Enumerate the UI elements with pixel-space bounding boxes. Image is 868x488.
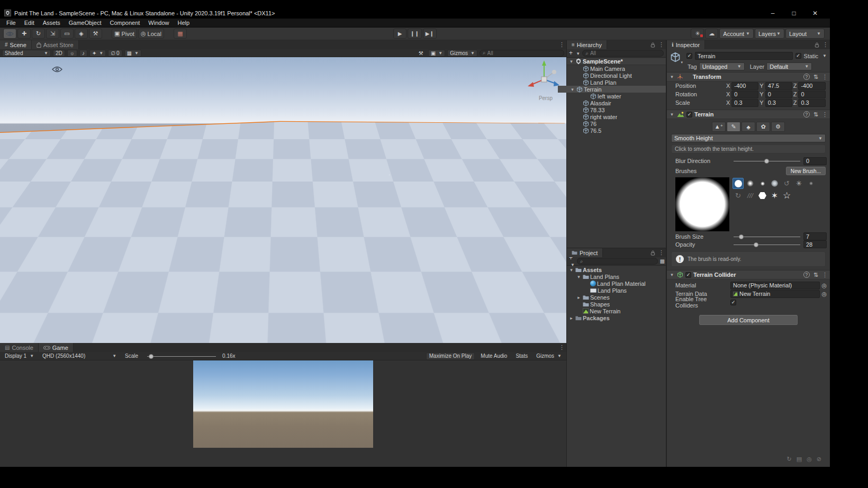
- project-item-shapes[interactable]: Shapes: [567, 301, 666, 308]
- physic-material-field[interactable]: None (Physic Material): [730, 282, 820, 290]
- tab-hierarchy[interactable]: ≡Hierarchy: [567, 40, 607, 49]
- presets-icon[interactable]: ⇅: [813, 74, 818, 80]
- brush-streaks[interactable]: ///: [745, 190, 756, 201]
- rect-tool-button[interactable]: ▭: [60, 29, 74, 39]
- game-gizmos-dropdown[interactable]: Gizmos▼: [534, 353, 564, 360]
- kebab-icon[interactable]: ⋮: [822, 272, 828, 278]
- stats-toggle[interactable]: Stats: [513, 353, 530, 360]
- scene-camera-dropdown[interactable]: ▣▼: [428, 50, 445, 57]
- static-checkbox[interactable]: ✓: [795, 53, 801, 59]
- tab-game[interactable]: Game: [39, 343, 74, 352]
- project-item-land-plans-folder[interactable]: ▾ Land Plans: [567, 273, 666, 280]
- brush-faint-swirl[interactable]: ↺: [781, 178, 792, 189]
- pause-button[interactable]: ❙❙: [408, 29, 422, 39]
- tab-console[interactable]: ▤Console: [0, 343, 39, 352]
- scale-x-field[interactable]: 0.3: [731, 99, 758, 107]
- presets-icon[interactable]: ⇅: [813, 272, 818, 278]
- hierarchy-kebab-icon[interactable]: ⋮: [658, 41, 664, 48]
- menu-gameobject[interactable]: GameObject: [65, 20, 106, 26]
- opacity-field[interactable]: 28: [803, 240, 827, 248]
- paint-trees-button[interactable]: ♣: [742, 122, 755, 132]
- lock-icon[interactable]: [815, 42, 819, 48]
- tab-project[interactable]: Project: [567, 248, 603, 257]
- brush-faint-dot[interactable]: [806, 178, 817, 189]
- view-tool-button[interactable]: [3, 29, 16, 39]
- brush-soft-circle[interactable]: [745, 178, 756, 189]
- brush-circle-selected[interactable]: [733, 178, 744, 189]
- create-neighbor-terrains-button[interactable]: ▲⁺: [712, 122, 726, 132]
- terrain-settings-button[interactable]: ⚙: [771, 122, 785, 132]
- move-tool-button[interactable]: ✚: [17, 29, 31, 39]
- component-enabled-checkbox[interactable]: ✓: [686, 112, 692, 118]
- resolution-dropdown[interactable]: QHD (2560x1440)▼: [40, 353, 119, 360]
- object-picker-icon[interactable]: ◎: [821, 282, 827, 289]
- hierarchy-item-main-camera[interactable]: Main Camera: [567, 65, 666, 72]
- foldout-icon[interactable]: ▾: [568, 59, 574, 64]
- project-item-assets[interactable]: ▾ Assets: [567, 266, 666, 273]
- foldout-icon[interactable]: ▾: [669, 272, 675, 277]
- brush-size-field[interactable]: 7: [803, 232, 827, 240]
- help-icon[interactable]: ?: [803, 111, 810, 118]
- scene-search-input[interactable]: [487, 50, 561, 56]
- terrain-collider-header[interactable]: ▾ ✓ Terrain Collider ? ⇅ ⋮: [667, 270, 830, 279]
- transform-header[interactable]: ▾ Transform ? ⇅ ⋮: [667, 72, 830, 82]
- tab-scene[interactable]: #Scene: [0, 40, 32, 49]
- static-dropdown-icon[interactable]: ▼: [822, 53, 827, 58]
- gizmos-dropdown[interactable]: Gizmos▼: [447, 50, 477, 57]
- rotation-y-field[interactable]: 0: [765, 91, 792, 98]
- project-search-input[interactable]: [585, 258, 655, 264]
- console-status-icon[interactable]: ▤: [797, 456, 802, 463]
- tag-dropdown[interactable]: Untagged▼: [699, 62, 745, 70]
- step-button[interactable]: ▶❙: [423, 29, 437, 39]
- brush-mottled[interactable]: [769, 178, 780, 189]
- component-enabled-checkbox[interactable]: ✓: [685, 272, 691, 278]
- brush-size-slider[interactable]: [734, 233, 800, 240]
- gameobject-cube-icon[interactable]: ▾: [670, 52, 684, 65]
- effects-dropdown[interactable]: ✦▼: [89, 50, 106, 57]
- terrain-component-header[interactable]: ▾ ✓ Terrain ? ⇅ ⋮: [667, 110, 830, 119]
- paint-terrain-button[interactable]: ✎: [727, 122, 740, 132]
- menu-edit[interactable]: Edit: [20, 20, 39, 26]
- project-kebab-icon[interactable]: ⋮: [658, 249, 664, 256]
- rotate-tool-button[interactable]: ↻: [32, 29, 45, 39]
- projection-label[interactable]: Persp: [539, 95, 553, 101]
- transform-tool-button[interactable]: ◈: [75, 29, 88, 39]
- pivot-toggle[interactable]: ▣ Pivot: [112, 29, 137, 39]
- audio-toggle[interactable]: ♪: [79, 50, 87, 57]
- lock-icon[interactable]: [650, 42, 655, 48]
- lock-icon[interactable]: [650, 250, 655, 256]
- position-x-field[interactable]: -400: [731, 82, 758, 90]
- name-field[interactable]: Terrain: [695, 52, 793, 60]
- game-menu-kebab-icon[interactable]: ⋮: [559, 344, 565, 351]
- foldout-icon[interactable]: ▸: [576, 295, 582, 300]
- paint-details-button[interactable]: ✿: [756, 122, 770, 132]
- brush-hexagon[interactable]: [757, 190, 768, 201]
- activity-icon[interactable]: ↻: [787, 456, 792, 463]
- custom-tools-button[interactable]: ⚒: [89, 29, 102, 39]
- menu-file[interactable]: File: [2, 20, 20, 26]
- collab-button[interactable]: ✳: [691, 29, 704, 39]
- grid-visibility-dropdown[interactable]: ▦▼: [124, 50, 141, 57]
- menu-assets[interactable]: Assets: [39, 20, 65, 26]
- foldout-icon[interactable]: ▸: [568, 315, 574, 321]
- hierarchy-item-76[interactable]: 76: [567, 120, 666, 127]
- hierarchy-search-input[interactable]: [590, 50, 661, 56]
- foldout-icon[interactable]: ▾: [669, 74, 675, 79]
- shading-mode-dropdown[interactable]: Shaded▼: [2, 50, 51, 57]
- menu-help[interactable]: Help: [173, 20, 194, 26]
- blur-direction-field[interactable]: 0: [803, 157, 827, 165]
- kebab-icon[interactable]: ⋮: [822, 74, 828, 80]
- menu-component[interactable]: Component: [105, 20, 144, 26]
- presets-icon[interactable]: ⇅: [813, 111, 818, 118]
- brush-curl[interactable]: ↻: [733, 190, 744, 201]
- foldout-icon[interactable]: ▾: [568, 267, 574, 273]
- scale-z-field[interactable]: 0.3: [798, 99, 826, 107]
- mute-audio-toggle[interactable]: Mute Audio: [478, 353, 510, 360]
- minimize-button[interactable]: –: [762, 10, 783, 17]
- brush-scatter[interactable]: ✳: [793, 178, 804, 189]
- project-item-land-plan-material[interactable]: Land Plan Material: [567, 280, 666, 287]
- scene-search[interactable]: ⌕: [480, 50, 564, 57]
- layers-dropdown[interactable]: Layers▼: [755, 29, 784, 39]
- hidden-objects-toggle[interactable]: ∅0: [108, 50, 122, 57]
- layout-dropdown[interactable]: Layout▼: [785, 29, 825, 39]
